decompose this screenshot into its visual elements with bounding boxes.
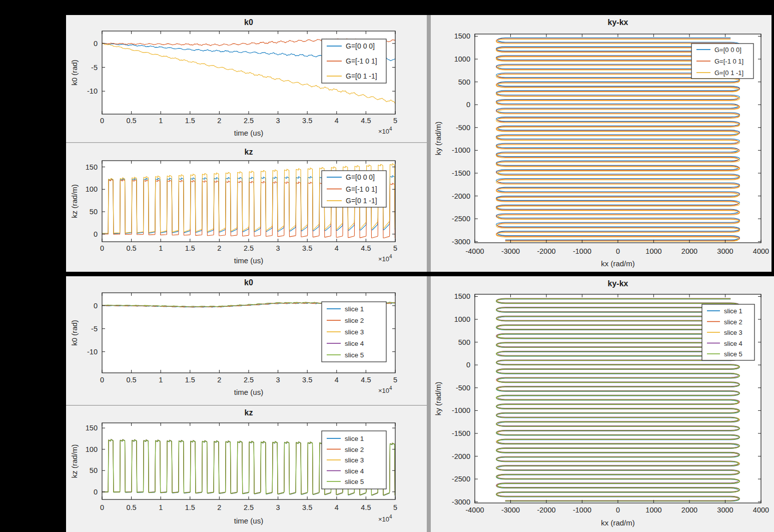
x-tick-label: 0 [100,117,104,125]
y-tick-label: -3000 [452,498,470,506]
legend-label-3: G=[0 1 -1] [346,197,377,205]
x-tick-label: 1 [159,117,163,125]
legend-label-2: slice 2 [345,317,364,324]
x-axis-label: kx (rad/m) [601,518,635,527]
y-tick-label: 150 [86,424,98,432]
legend-label-2: slice 2 [345,446,364,453]
x-tick-label: 1000 [645,506,661,514]
x-axis-label: kx (rad/m) [601,259,635,268]
legend-label-4: slice 4 [345,340,364,347]
legend-label-2: G=[-1 0 1] [346,57,377,65]
figure-kykx-gradients: -4000-3000-2000-100001000200030004000150… [431,15,771,272]
y-tick-label: 1000 [454,55,470,63]
x-exponent-label: ×104 [378,514,392,523]
x-axis-label: time (us) [234,129,263,137]
x-tick-label: 1.5 [185,503,195,511]
chart-canvas-k0-gradients: 00.511.522.533.544.550-5-10k0time (us)k0… [66,15,427,142]
y-tick-label: -2500 [452,475,470,483]
x-axis-label: time (us) [234,388,263,396]
legend-label-1: G=[0 0 0] [346,173,375,181]
x-tick-label: -4000 [465,506,484,514]
x-tick-label: 3.5 [302,503,312,511]
x-tick-label: 0 [616,506,620,514]
x-tick-label: 2.5 [244,244,254,252]
black-right-strip [771,0,774,272]
window-seam-top [427,15,431,272]
x-tick-label: 2000 [681,506,697,514]
y-tick-label: -1000 [452,406,470,414]
x-tick-label: 1.5 [185,117,195,125]
figure-k0-slices: 00.511.522.533.544.550-5-10k0time (us)k0… [66,276,427,405]
x-tick-label: -1000 [573,506,591,514]
y-axis-label: kz (rad/m) [70,184,79,218]
x-tick-label: 3000 [717,247,733,255]
x-tick-label: 0.5 [127,376,137,384]
y-tick-label: -5 [91,325,98,333]
y-tick-label: -5 [91,64,98,72]
x-tick-label: -3000 [501,506,520,514]
x-tick-label: 2 [217,117,221,125]
x-tick-label: 1 [159,376,163,384]
chart-canvas-kykx-slices: -4000-3000-2000-100001000200030004000150… [431,276,774,532]
y-tick-label: 0 [466,101,470,109]
y-tick-label: 50 [90,208,98,216]
x-exponent-label: ×104 [378,385,392,394]
x-tick-label: 3.5 [302,244,312,252]
y-tick-label: 100 [86,185,98,193]
y-tick-label: -500 [456,384,470,392]
legend-label-3: slice 3 [345,328,364,336]
plot-title: kz [245,408,253,417]
legend-label-2: G=[-1 0 1] [714,58,743,65]
x-tick-label: 1 [159,503,163,511]
legend-label-5: slice 5 [345,351,364,359]
x-tick-label: 4000 [753,247,769,255]
chart-canvas-kz-gradients: 00.511.522.533.544.55050100150kztime (us… [66,144,427,272]
figure-kz-gradients: 00.511.522.533.544.55050100150kztime (us… [66,143,427,272]
legend-label-3: G=[0 1 -1] [346,72,377,80]
y-tick-label: 150 [86,163,98,171]
x-tick-label: 0 [100,244,104,252]
x-tick-label: -2000 [537,506,555,514]
y-tick-label: -1500 [452,429,470,437]
x-tick-label: 1.5 [185,376,195,384]
y-axis-label: k0 (rad) [70,320,79,346]
plot-title: kz [245,148,253,156]
x-tick-label: 4 [335,244,339,252]
x-tick-label: 4000 [753,506,769,514]
x-tick-label: 4.5 [361,503,371,511]
x-tick-label: 0.5 [127,117,137,125]
x-tick-label: 3000 [717,506,733,514]
x-tick-label: 2 [217,376,221,384]
window-edge-bottom-left [66,405,427,406]
legend-label-3: G=[0 1 -1] [714,69,743,77]
x-tick-label: 2.5 [244,376,254,384]
figure-kykx-slices: -4000-3000-2000-100001000200030004000150… [431,276,774,532]
y-tick-label: 500 [458,78,470,86]
x-tick-label: 3.5 [302,117,312,125]
x-tick-label: 5 [393,117,397,125]
black-divider-band [0,272,774,276]
x-tick-label: 3 [276,244,280,252]
x-tick-label: 2.5 [244,503,254,511]
x-axis-label: time (us) [234,256,263,265]
x-tick-label: -3000 [501,247,520,255]
plot-title: ky-kx [608,279,628,288]
x-tick-label: -1000 [573,247,591,255]
y-tick-label: -500 [456,124,470,132]
legend-label-2: slice 2 [724,318,742,326]
y-tick-label: 0 [94,488,98,496]
y-tick-label: 0 [94,40,98,48]
x-tick-label: 1000 [645,247,661,255]
y-tick-label: 1500 [454,32,470,40]
x-tick-label: 4 [335,503,339,511]
legend-label-5: slice 5 [724,350,742,358]
x-tick-label: 2000 [681,247,697,255]
x-tick-label: 2 [217,503,221,511]
x-tick-label: 4 [335,117,339,125]
x-tick-label: 5 [393,376,397,384]
window-edge-top-left [66,142,427,143]
plot-title: k0 [244,278,253,287]
x-tick-label: 3.5 [302,376,312,384]
x-tick-label: 3 [276,117,280,125]
chart-canvas-k0-slices: 00.511.522.533.544.550-5-10k0time (us)k0… [66,276,427,405]
